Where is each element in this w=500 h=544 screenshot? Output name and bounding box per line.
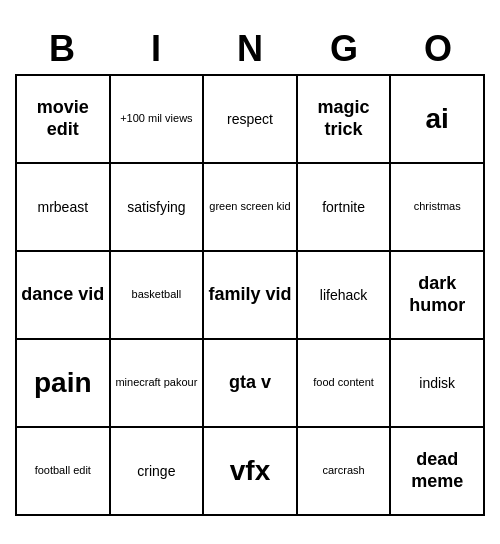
bingo-cell: lifehack	[298, 252, 392, 340]
bingo-cell: gta v	[204, 340, 298, 428]
bingo-cell: cringe	[111, 428, 205, 516]
bingo-cell: respect	[204, 76, 298, 164]
bingo-cell: carcrash	[298, 428, 392, 516]
bingo-cell: mrbeast	[17, 164, 111, 252]
bingo-grid: movie edit+100 mil viewsrespectmagic tri…	[15, 74, 485, 516]
bingo-board: BINGO movie edit+100 mil viewsrespectmag…	[15, 28, 485, 516]
bingo-cell: indisk	[391, 340, 485, 428]
bingo-cell: football edit	[17, 428, 111, 516]
bingo-cell: ai	[391, 76, 485, 164]
bingo-cell: vfx	[204, 428, 298, 516]
bingo-cell: food content	[298, 340, 392, 428]
bingo-cell: christmas	[391, 164, 485, 252]
bingo-letter: O	[394, 28, 482, 70]
bingo-cell: family vid	[204, 252, 298, 340]
bingo-letter: I	[112, 28, 200, 70]
bingo-cell: minecraft pakour	[111, 340, 205, 428]
bingo-cell: movie edit	[17, 76, 111, 164]
bingo-cell: magic trick	[298, 76, 392, 164]
bingo-title: BINGO	[15, 28, 485, 70]
bingo-cell: satisfying	[111, 164, 205, 252]
bingo-cell: +100 mil views	[111, 76, 205, 164]
bingo-letter: N	[206, 28, 294, 70]
bingo-cell: dead meme	[391, 428, 485, 516]
bingo-cell: pain	[17, 340, 111, 428]
bingo-cell: dark humor	[391, 252, 485, 340]
bingo-cell: fortnite	[298, 164, 392, 252]
bingo-letter: B	[18, 28, 106, 70]
bingo-cell: green screen kid	[204, 164, 298, 252]
bingo-cell: basketball	[111, 252, 205, 340]
bingo-cell: dance vid	[17, 252, 111, 340]
bingo-letter: G	[300, 28, 388, 70]
